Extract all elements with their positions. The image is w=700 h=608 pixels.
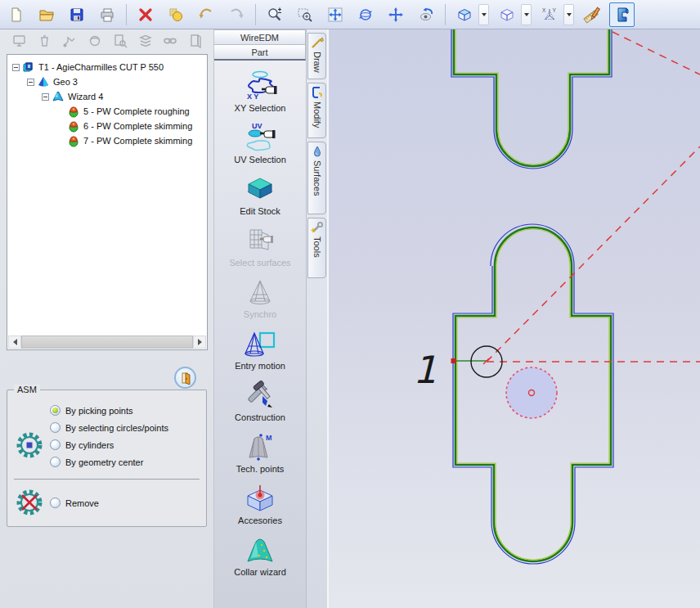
tree-row-geometry[interactable]: Geo 3	[11, 74, 207, 89]
option-by-cylinders[interactable]: By cylinders	[50, 436, 168, 453]
start-hole-dotted-circle[interactable]	[506, 367, 557, 418]
pan-icon	[388, 7, 404, 23]
upper-part-contour[interactable]	[451, 29, 612, 169]
new-file-button[interactable]	[3, 2, 29, 27]
print-button[interactable]	[94, 2, 119, 27]
tab-label: Modify	[312, 101, 322, 128]
tree-horizontal-scrollbar[interactable]	[8, 336, 206, 349]
tree-row-operation[interactable]: 6 - PW Complete skimming	[11, 119, 207, 133]
shaded-view-dropdown[interactable]	[478, 4, 489, 25]
uv-selection-button[interactable]: UV UV Selection	[217, 120, 303, 170]
select-surfaces-icon	[244, 225, 276, 256]
wireframe-view-button[interactable]	[494, 2, 519, 27]
collapse-toggle[interactable]	[27, 79, 34, 86]
collapse-toggle[interactable]	[12, 64, 20, 71]
scroll-right-button[interactable]	[193, 336, 206, 349]
construction-lines[interactable]	[487, 32, 700, 362]
radio-label: By picking points	[65, 406, 133, 416]
measure-icon	[583, 6, 601, 24]
report-icon[interactable]	[110, 32, 130, 50]
tree-toolbar	[0, 29, 213, 52]
toolbar-separator	[126, 4, 127, 25]
open-file-button[interactable]	[34, 2, 59, 27]
rotate-view-button[interactable]	[352, 2, 378, 27]
delete-button[interactable]	[132, 2, 158, 27]
tab-draw[interactable]: Draw	[307, 33, 326, 79]
option-by-geometry-center[interactable]: By geometry center	[50, 453, 168, 471]
redo-icon	[228, 7, 245, 23]
scrollbar-thumb[interactable]	[21, 336, 193, 349]
measure-button[interactable]	[579, 2, 604, 27]
view-orientation-dropdown[interactable]	[563, 4, 574, 25]
wire-edm-mode-button[interactable]	[609, 2, 635, 27]
scroll-left-button[interactable]	[8, 336, 21, 349]
viewport-canvas[interactable]: 1	[329, 29, 700, 608]
command-label: Collar wizard	[234, 567, 286, 577]
link-icon[interactable]	[161, 32, 181, 50]
chevron-down-icon	[524, 13, 529, 16]
command-label: Tech. points	[236, 464, 285, 474]
pan-button[interactable]	[383, 2, 408, 27]
previous-view-button[interactable]	[413, 2, 438, 27]
radio[interactable]	[50, 422, 61, 433]
tab-tools[interactable]: Tools	[307, 218, 326, 278]
radio[interactable]	[50, 457, 61, 467]
trash-icon[interactable]	[35, 32, 55, 50]
radio[interactable]	[50, 439, 61, 450]
update-icon[interactable]	[85, 32, 105, 50]
option-by-picking-points[interactable]: By picking points	[50, 402, 168, 419]
select-elements-button[interactable]	[163, 2, 188, 27]
tab-label: Draw	[312, 52, 322, 73]
layers-icon[interactable]	[136, 32, 155, 50]
redo-button[interactable]	[223, 2, 249, 27]
collar-wizard-icon	[243, 534, 277, 565]
radio-selected[interactable]	[50, 405, 61, 416]
radio-label: By geometry center	[65, 457, 143, 467]
screen-icon[interactable]	[10, 32, 29, 50]
radio[interactable]	[50, 498, 61, 508]
synchro-button[interactable]: Synchro	[217, 275, 303, 325]
zoom-window-button[interactable]	[292, 2, 317, 27]
accesories-button[interactable]: Accesories	[217, 481, 303, 531]
save-button[interactable]	[64, 2, 89, 27]
tree-row-operation[interactable]: 7 - PW Complete skimming	[11, 133, 207, 148]
shaded-view-button[interactable]	[451, 2, 477, 27]
command-label: Select surfaces	[229, 258, 290, 268]
close-panel-icon[interactable]	[186, 32, 205, 50]
tech-points-button[interactable]: M Tech. points	[217, 430, 303, 480]
xy-selection-button[interactable]: X Y XY Selection	[217, 69, 303, 119]
divider	[14, 479, 200, 480]
tree-row-wizard[interactable]: Wizard 4	[11, 89, 207, 104]
entry-motion-button[interactable]: Entry motion	[217, 327, 303, 376]
wizard-icon	[52, 90, 65, 103]
zoom-dynamic-button[interactable]	[262, 2, 287, 27]
edit-stock-button[interactable]: Edit Stock	[217, 172, 303, 222]
wire-path-icon[interactable]	[61, 32, 80, 50]
part-header[interactable]: Part	[214, 45, 306, 61]
option-remove[interactable]: Remove	[50, 494, 99, 511]
tab-modify[interactable]: Modify	[307, 83, 326, 138]
arrow-right-icon	[198, 339, 202, 345]
close-asm-panel-button[interactable]	[174, 367, 196, 389]
collapse-toggle[interactable]	[42, 93, 49, 101]
wireedm-header[interactable]: WireEDM	[214, 29, 306, 45]
command-label: XY Selection	[235, 103, 286, 113]
rotate-view-icon	[357, 7, 374, 23]
wireframe-view-dropdown[interactable]	[521, 4, 532, 25]
pickup-point-marker[interactable]	[451, 358, 456, 363]
zoom-fit-button[interactable]	[322, 2, 348, 27]
option-by-selecting-circles[interactable]: By selecting circles/points	[50, 419, 168, 436]
radio-label: By selecting circles/points	[65, 423, 168, 433]
view-orientation-button[interactable]: XY	[536, 2, 562, 27]
tree-row-operation[interactable]: 5 - PW Complete roughing	[11, 104, 207, 119]
collar-wizard-button[interactable]: Collar wizard	[217, 533, 303, 583]
operation-icon	[67, 105, 80, 118]
tree-row-machine[interactable]: T1 - AgieCharmilles CUT P 550	[11, 60, 207, 74]
graphics-viewport: 1	[327, 29, 700, 608]
tab-surfaces[interactable]: Surfaces	[307, 142, 326, 214]
tab-label: Tools	[312, 236, 322, 258]
construction-button[interactable]: Construction	[217, 378, 303, 428]
undo-button[interactable]	[193, 2, 218, 27]
select-surfaces-button[interactable]: Select surfaces	[217, 223, 303, 273]
radio-label: By cylinders	[65, 440, 114, 450]
